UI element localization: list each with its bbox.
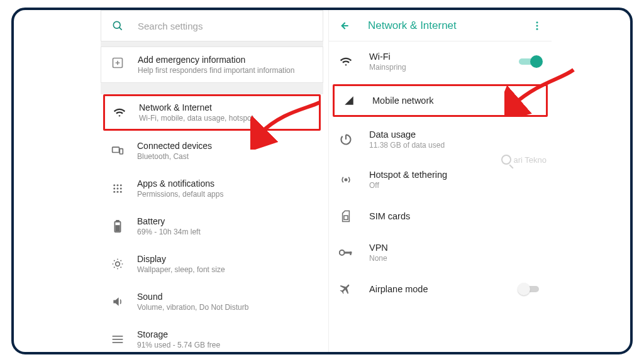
setting-title: Network & Internet xyxy=(139,102,311,112)
net-sim-cards[interactable]: SIM cards xyxy=(329,200,552,233)
setting-sub: Permissions, default apps xyxy=(137,190,313,199)
data-usage-icon xyxy=(339,133,353,146)
svg-point-28 xyxy=(340,250,345,255)
setting-sub: 91% used - 5.74 GB free xyxy=(137,341,313,349)
airplane-toggle[interactable] xyxy=(519,283,541,295)
row-sub: Mainspring xyxy=(369,63,519,72)
setting-sub: Bluetooth, Cast xyxy=(137,152,313,161)
search-icon xyxy=(111,19,125,32)
svg-point-10 xyxy=(113,188,115,190)
setting-network-internet[interactable]: Network & Internet Wi-Fi, mobile, data u… xyxy=(103,94,321,131)
emergency-title: Add emergency information xyxy=(138,55,294,65)
setting-sub: 69% - 10h 34m left xyxy=(137,228,313,236)
svg-rect-5 xyxy=(113,147,119,152)
net-vpn[interactable]: VPN None xyxy=(329,233,552,273)
setting-sub: Volume, vibration, Do Not Disturb xyxy=(137,303,313,312)
net-mobile-network[interactable]: Mobile network xyxy=(333,84,548,117)
settings-panel: Search settings Add emergency informatio… xyxy=(101,10,323,352)
svg-rect-18 xyxy=(116,226,119,231)
setting-title: Storage xyxy=(137,329,313,339)
storage-icon xyxy=(111,334,125,345)
devices-icon xyxy=(111,145,125,157)
svg-rect-6 xyxy=(119,149,123,154)
svg-point-8 xyxy=(117,184,119,186)
row-title: Data usage xyxy=(369,129,541,140)
row-title: SIM cards xyxy=(369,211,541,221)
svg-point-13 xyxy=(113,191,115,193)
sim-icon xyxy=(339,210,353,222)
header-title: Network & Internet xyxy=(368,19,531,32)
wifi-icon xyxy=(339,55,353,68)
wifi-icon xyxy=(113,106,126,119)
hotspot-icon xyxy=(339,173,353,186)
setting-title: Connected devices xyxy=(137,141,313,151)
setting-sub: Wallpaper, sleep, font size xyxy=(137,265,313,274)
svg-point-7 xyxy=(113,184,115,186)
svg-point-25 xyxy=(536,28,538,30)
svg-line-1 xyxy=(119,28,122,30)
net-data-usage[interactable]: Data usage 11.38 GB of data used xyxy=(329,119,552,160)
svg-point-9 xyxy=(120,184,122,186)
net-hotspot[interactable]: Hotspot & tethering Off xyxy=(329,160,552,200)
signal-icon xyxy=(342,95,356,106)
setting-title: Display xyxy=(137,254,313,264)
setting-sound[interactable]: Sound Volume, vibration, Do Not Disturb xyxy=(101,283,323,321)
search-bar[interactable]: Search settings xyxy=(101,10,323,41)
network-panel: Network & Internet Wi-Fi Mainspring xyxy=(328,10,552,352)
svg-rect-27 xyxy=(344,216,348,219)
row-sub: 11.38 GB of data used xyxy=(369,141,541,150)
wifi-toggle[interactable] xyxy=(519,55,541,68)
row-title: Wi-Fi xyxy=(369,52,519,62)
setting-display[interactable]: Display Wallpaper, sleep, font size xyxy=(101,245,323,283)
svg-point-15 xyxy=(120,191,122,193)
plus-box-icon xyxy=(111,57,125,69)
setting-title: Sound xyxy=(137,292,313,302)
row-sub: Off xyxy=(369,181,541,190)
svg-point-14 xyxy=(117,191,119,193)
setting-connected-devices[interactable]: Connected devices Bluetooth, Cast xyxy=(101,132,323,170)
svg-point-24 xyxy=(536,25,538,26)
svg-point-0 xyxy=(113,21,120,28)
setting-sub: Wi-Fi, mobile, data usage, hotspot xyxy=(139,114,311,123)
back-arrow-icon[interactable] xyxy=(338,19,352,32)
setting-title: Battery xyxy=(137,216,313,226)
more-vert-icon[interactable] xyxy=(531,20,543,31)
row-title: Mobile network xyxy=(372,96,538,106)
vpn-key-icon xyxy=(339,248,353,257)
setting-apps-notifications[interactable]: Apps & notifications Permissions, defaul… xyxy=(101,170,323,207)
svg-point-19 xyxy=(116,262,120,266)
emergency-sub: Help first responders find important inf… xyxy=(138,66,294,75)
row-sub: None xyxy=(369,254,541,263)
brightness-icon xyxy=(111,258,125,270)
network-header: Network & Internet xyxy=(329,10,552,41)
settings-list: Network & Internet Wi-Fi, mobile, data u… xyxy=(101,94,323,352)
svg-rect-30 xyxy=(350,251,351,255)
setting-battery[interactable]: Battery 69% - 10h 34m left xyxy=(101,207,323,245)
battery-icon xyxy=(111,220,125,233)
search-placeholder: Search settings xyxy=(138,21,203,31)
row-title: Airplane mode xyxy=(369,284,519,294)
emergency-info-card[interactable]: Add emergency information Help first res… xyxy=(101,47,323,83)
setting-storage[interactable]: Storage 91% used - 5.74 GB free xyxy=(101,321,323,352)
net-wifi[interactable]: Wi-Fi Mainspring xyxy=(329,41,552,82)
net-airplane-mode[interactable]: Airplane mode xyxy=(329,273,552,305)
svg-rect-17 xyxy=(116,220,119,222)
svg-point-12 xyxy=(120,188,122,190)
speaker-icon xyxy=(111,295,125,308)
row-title: Hotspot & tethering xyxy=(369,170,541,180)
row-title: VPN xyxy=(369,243,541,253)
svg-point-26 xyxy=(345,178,347,180)
setting-title: Apps & notifications xyxy=(137,178,313,189)
svg-point-11 xyxy=(117,188,119,190)
apps-icon xyxy=(111,183,125,194)
airplane-icon xyxy=(339,283,353,295)
svg-point-23 xyxy=(536,21,538,23)
